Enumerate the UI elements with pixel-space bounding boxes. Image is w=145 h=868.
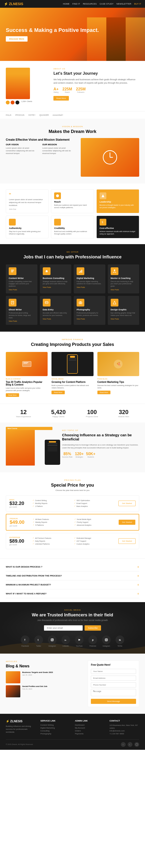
footer-tw-icon[interactable]: t <box>127 742 133 747</box>
pinterest-logo-icon: p <box>91 638 94 642</box>
nav-find[interactable]: FIND IT <box>72 3 80 5</box>
footer-service-link-3[interactable]: Consulting <box>40 730 70 732</box>
job-1-link[interactable]: View Posts <box>9 289 34 290</box>
s-lbl-students: Students <box>86 456 95 458</box>
faq-item-2[interactable]: TIMELINE AND DISTRIBUTION FROM THE PROCE… <box>6 571 139 580</box>
s-stat-students: 50K+ Students <box>86 452 95 458</box>
faq-item-1[interactable]: WHAT IS OUR DESIGN PROCESS ? + <box>6 562 139 571</box>
linkedin-icon[interactable]: in <box>61 636 70 644</box>
nav-resources[interactable]: RESOURCES <box>83 3 97 5</box>
job-4-link[interactable]: View Posts <box>111 289 137 290</box>
free-email-input[interactable] <box>91 676 136 681</box>
footer-service-link-2[interactable]: Digital Marketing <box>40 727 70 729</box>
products-label: IMPROVE FINANCE <box>6 338 139 341</box>
product-social-button[interactable]: Read More <box>52 391 65 394</box>
social-email-input[interactable] <box>44 625 83 631</box>
credibility-title: Credibility <box>54 227 91 229</box>
phone-bar-3 <box>48 445 57 446</box>
facebook-icon[interactable]: f <box>21 636 29 644</box>
hero-cta-button[interactable]: Discover More <box>6 36 28 41</box>
num-awards: 320 <box>118 409 129 415</box>
job-3-link[interactable]: View Posts <box>77 286 103 288</box>
price-card-premium: PREMIUM $49.00 per month ✓All Basic Feat… <box>6 514 139 531</box>
youtube-icon[interactable] <box>75 636 84 644</box>
nav-home[interactable]: HOME <box>63 3 69 5</box>
product-food-button[interactable]: Read More <box>97 391 111 394</box>
footer-service-link-4[interactable]: Photography <box>40 733 70 735</box>
nav-buy[interactable]: BUY IT <box>134 3 141 5</box>
premium-feat-2: ✓Social Media Mgmt <box>75 518 115 520</box>
about-label: ABOUT US <box>53 68 139 70</box>
price-button-basic[interactable]: Get Started <box>118 501 136 506</box>
instagram-icon[interactable] <box>48 636 57 644</box>
footer-ig-icon[interactable] <box>134 742 139 747</box>
footer-admin-link-3[interactable]: Orders <box>75 730 105 732</box>
product-blog-label: BLOG & CONTENT <box>6 378 48 380</box>
nav-case[interactable]: CASE STUDY <box>99 3 114 5</box>
cost-effective-icon-box: $ <box>99 219 106 225</box>
our-vision-title: OUR VISION <box>6 143 39 146</box>
book-icon <box>11 301 14 305</box>
free-phone-input[interactable] <box>91 682 136 687</box>
svg-text:tk: tk <box>119 639 121 641</box>
about-image <box>6 68 30 99</box>
pinterest-icon[interactable]: p <box>88 636 97 644</box>
instagram-2-icon[interactable] <box>102 636 111 644</box>
footer-logo: ⚡ ZLNESIS <box>6 720 35 723</box>
footer-admin-link-2[interactable]: My Account <box>75 727 105 729</box>
job-6-link[interactable]: View Posts <box>43 318 69 320</box>
label-experience: Years Experience <box>16 415 31 418</box>
logo[interactable]: ⚡ ZLNESIS <box>4 2 23 6</box>
vision-heading: Makes the Dream Work <box>6 129 139 134</box>
logo-text: ZLNESIS <box>9 2 23 6</box>
faq-question-3: MINIMUM & MAXIMUM PROJECT BUDGET? <box>6 584 51 586</box>
basic-feat-5: ✓1 Platform <box>33 505 73 507</box>
job-7-link[interactable]: View Posts <box>77 318 103 320</box>
svg-rect-15 <box>82 270 82 273</box>
footer-email[interactable]: info@zlnesis.com <box>110 730 139 732</box>
free-name-input[interactable] <box>91 669 136 674</box>
product-blog-button[interactable]: Read More <box>6 393 19 397</box>
faq-item-3[interactable]: MINIMUM & MAXIMUM PROJECT BUDGET? + <box>6 580 139 589</box>
pricing-section: PRICING PLAN Special Price for you Choos… <box>0 472 145 558</box>
tiktok-icon[interactable]: tk <box>116 636 124 644</box>
about-person-image <box>6 68 30 99</box>
twitter-icon[interactable]: t <box>34 636 43 644</box>
footer-service-col: SERVICE LINK Content Writing Digital Mar… <box>40 720 70 736</box>
job-2-link[interactable]: View Posts <box>43 286 69 288</box>
instagram-2-logo-icon <box>105 638 108 642</box>
social-subscribe-row: Subscribe <box>6 625 139 631</box>
social-subscribe-button[interactable]: Subscribe <box>85 625 101 631</box>
nav-newsletter[interactable]: NEWSLETTER <box>116 3 132 5</box>
clock-icon <box>103 150 117 165</box>
job-8-link[interactable]: View Posts <box>111 318 137 320</box>
feature-cost-effective: $ Cost-effective Achieve maximum results… <box>96 216 139 238</box>
price-button-premium[interactable]: Get Started <box>119 520 135 525</box>
digital-marketing-icon <box>77 267 84 275</box>
footer-admin-link-1[interactable]: Dashboard <box>75 724 105 726</box>
blog-post-1: Business Targets and Goals 2023 Jan 15, … <box>6 671 83 683</box>
strategy-section: New Course KEY TOPIC OF Choosing Influen… <box>0 423 145 472</box>
faq-item-4[interactable]: WHAT IF I WANT TO MAKE A REFUND? + <box>6 589 139 598</box>
phone-mockup <box>67 354 78 374</box>
svg-rect-25 <box>23 361 31 367</box>
footer-fb-icon[interactable]: f <box>121 742 126 747</box>
job-7-desc: Professional photography for brands, pro… <box>77 312 103 317</box>
about-readmore-button[interactable]: Read More <box>53 96 69 100</box>
camera-icon <box>79 301 82 305</box>
product-food-desc: Discover the best content marketing stra… <box>97 384 139 389</box>
features-section: " Lorem ipsum dolor sit amet consectetur… <box>0 183 145 244</box>
pricing-subtitle: Choose the plan that works best for you <box>6 489 139 491</box>
check-icon: ✓ <box>74 499 76 501</box>
footer-phone[interactable]: +1 234 567 8900 <box>110 733 139 735</box>
clients-text: 1,200+ Clients <box>21 100 32 104</box>
job-6-title: Data Entry <box>43 308 69 311</box>
footer-admin-link-4[interactable]: Payments <box>75 733 105 735</box>
credibility-icon <box>56 220 59 224</box>
free-submit-button[interactable]: Send Message <box>91 699 136 704</box>
price-button-enterprise[interactable]: Get Started <box>118 538 136 544</box>
free-message-input[interactable] <box>91 689 136 696</box>
product-blog-desc: Learn how to drive traffic and grow your… <box>6 387 48 392</box>
footer-service-link-1[interactable]: Content Writing <box>40 724 70 726</box>
job-5-link[interactable]: View Posts <box>9 320 34 322</box>
